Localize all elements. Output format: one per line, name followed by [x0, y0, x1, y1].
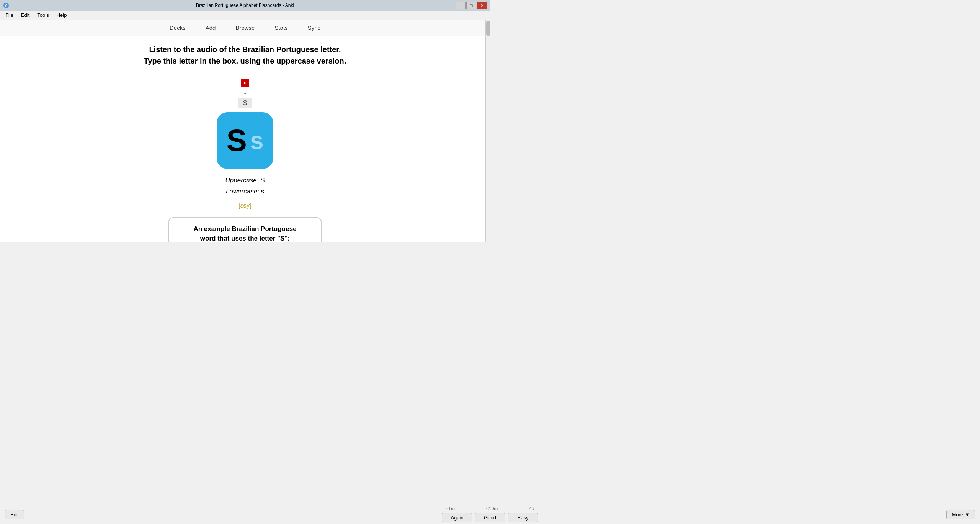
uppercase-value: S [260, 177, 265, 184]
maximize-button[interactable]: □ [466, 2, 476, 9]
question-text: Listen to the audio of the Brazilian Por… [144, 44, 346, 67]
lowercase-value: s [261, 188, 265, 195]
main-content: Listen to the audio of the Brazilian Por… [0, 36, 490, 242]
close-button[interactable]: ✕ [477, 2, 487, 9]
toolbar-sync[interactable]: Sync [302, 23, 326, 33]
scrollbar-track[interactable] [485, 20, 490, 242]
example-box: An example Brazilian Portuguese word tha… [168, 217, 322, 242]
divider [15, 72, 475, 72]
title-bar-controls: – □ ✕ [456, 2, 487, 9]
toolbar-decks[interactable]: Decks [164, 23, 191, 33]
answer-box: S [238, 98, 252, 108]
answer-area: c ↓ S S s Uppercase: S Lowercase: s [168, 79, 322, 242]
arrow-down: ↓ [243, 89, 247, 95]
window-title: Brazilian Portuguese Alphabet Flashcards… [196, 3, 294, 8]
anki-icon: A [3, 2, 9, 8]
title-bar-left: A [3, 2, 9, 8]
menu-bar: File Edit Tools Help [0, 11, 490, 20]
menu-tools[interactable]: Tools [33, 11, 52, 19]
toolbar-add[interactable]: Add [200, 23, 221, 33]
scrollbar-thumb[interactable] [486, 21, 490, 36]
lowercase-label: Lowercase: s [225, 186, 265, 197]
example-title-line2: word that uses the letter "S": [178, 234, 312, 242]
letter-lower: s [250, 128, 264, 153]
letter-tile: S s [217, 112, 273, 169]
toolbar-stats[interactable]: Stats [269, 23, 293, 33]
example-title: An example Brazilian Portuguese word tha… [178, 224, 312, 242]
case-labels: Uppercase: S Lowercase: s [225, 175, 265, 197]
toolbar: Decks Add Browse Stats Sync [0, 20, 490, 36]
input-indicator: c [241, 79, 249, 87]
phonetic: [εsy] [238, 202, 252, 210]
uppercase-label: Uppercase: S [225, 175, 265, 186]
menu-file[interactable]: File [2, 11, 17, 19]
menu-help[interactable]: Help [53, 11, 71, 19]
menu-edit[interactable]: Edit [17, 11, 33, 19]
instruction-line2: Type this letter in the box, using the u… [144, 55, 346, 67]
title-bar: A Brazilian Portuguese Alphabet Flashcar… [0, 0, 490, 11]
letter-upper: S [227, 125, 247, 156]
svg-text:A: A [5, 3, 7, 8]
minimize-button[interactable]: – [456, 2, 466, 9]
instruction-line1: Listen to the audio of the Brazilian Por… [144, 44, 346, 55]
toolbar-browse[interactable]: Browse [230, 23, 260, 33]
example-title-line1: An example Brazilian Portuguese [178, 224, 312, 234]
